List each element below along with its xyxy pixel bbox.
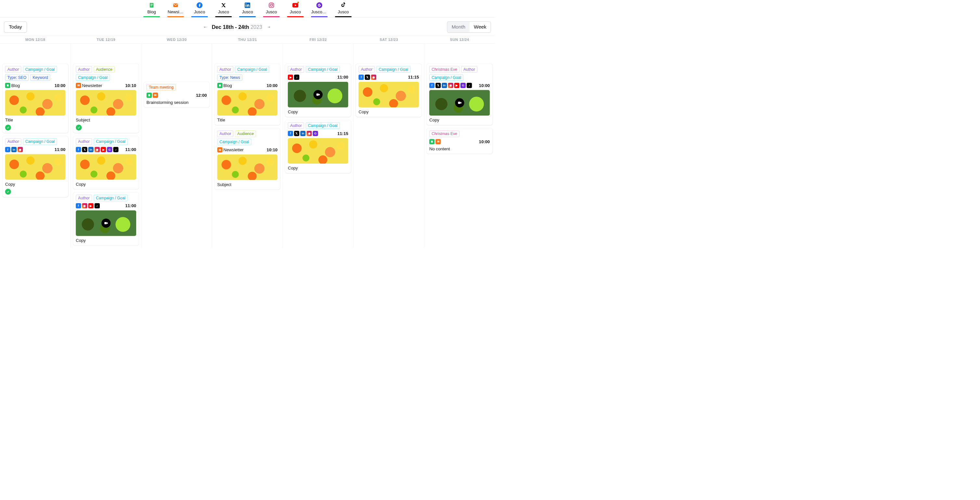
svg-point-11 (272, 3, 273, 4)
card-title: Copy (5, 182, 66, 187)
doc-icon (149, 2, 155, 8)
day-column-thu: Author Campaign / Goal Type: News Blog 1… (212, 43, 283, 248)
channel-tab-instagram[interactable]: Jusco (263, 2, 280, 17)
day-column-fri: Author Campaign / Goal ▶ ♪ 11:00 Copy Au… (283, 43, 353, 248)
content-card[interactable]: Author Campaign / Goal f 𝕏 ◉ 11:15 Copy (356, 63, 422, 117)
next-week-button[interactable]: → (267, 25, 270, 29)
google-business-chip-icon: G (107, 147, 112, 152)
card-time: 10:00 (479, 139, 490, 144)
content-card[interactable]: Team meeting ✉ 12:00 Brainstorming sessi… (144, 81, 210, 107)
tag-audience: Audience (94, 66, 115, 73)
x-chip-icon: 𝕏 (294, 131, 299, 136)
facebook-chip-icon: f (76, 203, 81, 208)
card-time: 11:00 (125, 147, 136, 152)
card-time: 11:15 (337, 131, 348, 136)
svg-rect-2 (150, 5, 153, 5)
mail-chip-icon: ✉ (217, 147, 222, 152)
content-card[interactable]: Author Audience Campaign / Goal ✉Newslet… (73, 63, 139, 133)
day-header: MON 12/18 (0, 36, 71, 43)
month-view-button[interactable]: Month (447, 22, 469, 32)
channel-tab-linkedin[interactable]: Jusco (239, 2, 256, 17)
channel-tab-newsletter[interactable]: Newsl… (167, 2, 184, 17)
card-title: Brainstorming session (146, 100, 207, 105)
linkedin-chip-icon: in (88, 147, 94, 152)
approved-icon (5, 125, 11, 130)
card-time: 10:10 (125, 83, 136, 88)
card-type: Newsletter (82, 83, 102, 88)
svg-point-8 (246, 3, 247, 4)
instagram-chip-icon: ◉ (82, 203, 87, 208)
linkedin-chip-icon: in (300, 131, 305, 136)
x-chip-icon: 𝕏 (365, 75, 370, 80)
instagram-chip-icon: ◉ (307, 131, 312, 136)
channel-tab-youtube[interactable]: Jusco (287, 2, 304, 17)
card-time: 12:00 (196, 93, 207, 98)
svg-rect-16 (148, 94, 150, 96)
channel-tab-google-business[interactable]: Jusco … (311, 2, 328, 17)
tag-christmas: Christmas Eve (429, 130, 460, 137)
tag-author: Author (76, 138, 92, 145)
date-range-nav: ← Dec 18th - 24th 2023 → (203, 24, 270, 30)
day-header: FRI 12/22 (283, 36, 353, 43)
today-button[interactable]: Today (4, 21, 27, 33)
tag-author: Author (359, 66, 375, 73)
card-title: Subject (217, 182, 277, 187)
tag-author: Author (5, 66, 21, 73)
content-card[interactable]: Author Campaign / Goal ▶ ♪ 11:00 Copy (285, 63, 351, 117)
channel-tab-facebook[interactable]: Jusco (191, 2, 208, 17)
content-card[interactable]: Author Campaign / Goal f 𝕏 in ◉ ▶ G ♪ 11… (73, 136, 139, 189)
svg-rect-19 (458, 102, 460, 104)
blog-chip-icon (146, 92, 152, 98)
content-card[interactable]: Author Campaign / Goal Type: News Blog 1… (215, 63, 280, 125)
content-card[interactable]: Author Campaign / Goal f in ◉ 11:00 Copy (2, 136, 68, 197)
content-card[interactable]: Author Campaign / Goal f ◉ ▶ ♪ 11:00 Cop… (73, 192, 139, 246)
tiktok-icon (340, 2, 346, 8)
svg-rect-17 (219, 84, 221, 86)
blog-chip-icon (5, 83, 10, 88)
day-header: WED 12/20 (142, 36, 212, 43)
tag-campaign: Campaign / Goal (23, 138, 57, 145)
video-play-icon (101, 219, 110, 228)
google-business-icon (317, 2, 322, 8)
content-card[interactable]: Author Campaign / Goal Type: SEO Keyword… (2, 63, 68, 133)
channel-label: Blog (147, 10, 156, 14)
google-business-chip-icon: G (460, 83, 466, 88)
tag-author: Author (5, 138, 21, 145)
card-title: No content (429, 146, 490, 151)
tag-author: Author (217, 66, 233, 73)
channel-tab-blog[interactable]: Blog (143, 2, 160, 17)
instagram-chip-icon: ◉ (95, 147, 100, 152)
day-column-mon: Author Campaign / Goal Type: SEO Keyword… (0, 43, 71, 248)
content-card[interactable]: Christmas Eve ✉ 10:00 No content (426, 128, 493, 154)
day-header: SUN 12/24 (424, 36, 495, 43)
card-type: Newsletter (224, 148, 244, 152)
week-view-button[interactable]: Week (469, 22, 491, 32)
prev-week-button[interactable]: ← (203, 25, 207, 29)
mail-chip-icon: ✉ (76, 83, 81, 88)
tiktok-chip-icon: ♪ (113, 147, 118, 152)
calendar-toolbar: Today ← Dec 18th - 24th 2023 → Month Wee… (0, 17, 495, 36)
tag-author: Author (217, 130, 233, 137)
mail-chip-icon: ✉ (153, 92, 158, 98)
content-card[interactable]: Author Audience Campaign / Goal ✉Newslet… (215, 128, 280, 189)
tag-christmas: Christmas Eve (429, 66, 460, 73)
channel-tab-tiktok[interactable]: Jusco (335, 2, 352, 17)
view-toggle: Month Week (447, 21, 491, 33)
card-time: 10:00 (267, 83, 278, 88)
google-business-chip-icon: G (313, 131, 318, 136)
channel-label: Jusco (194, 10, 205, 14)
card-time: 10:10 (267, 148, 278, 152)
date-range-label: Dec 18th - 24th 2023 (212, 24, 262, 30)
video-play-icon (313, 90, 323, 99)
tag-campaign: Campaign / Goal (217, 139, 251, 145)
tag-campaign: Campaign / Goal (306, 122, 340, 129)
card-title: Copy (76, 182, 136, 187)
content-card[interactable]: Author Campaign / Goal f 𝕏 in ◉ G 11:15 … (285, 120, 351, 173)
tag-campaign: Campaign / Goal (306, 66, 340, 73)
channel-tab-x[interactable]: Jusco (215, 2, 232, 17)
tag-campaign: Campaign / Goal (94, 194, 128, 201)
svg-point-10 (270, 4, 272, 6)
thumbnail-image (217, 90, 277, 116)
facebook-chip-icon: f (429, 83, 434, 88)
content-card[interactable]: Christmas Eve Author Campaign / Goal f 𝕏… (426, 63, 493, 125)
